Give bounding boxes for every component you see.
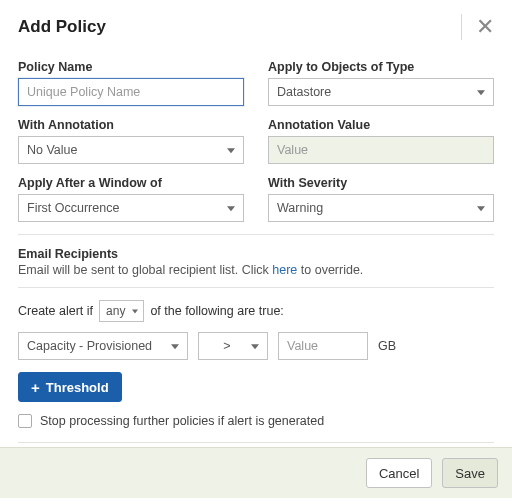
threshold-value-input[interactable]: Value — [278, 332, 368, 360]
annotation-value-placeholder: Value — [277, 143, 308, 157]
email-recipients-text: Email will be sent to global recipient l… — [18, 263, 494, 277]
add-threshold-button[interactable]: + Threshold — [18, 372, 122, 402]
with-severity-label: With Severity — [268, 176, 494, 190]
with-annotation-value: No Value — [27, 143, 78, 157]
close-icon[interactable]: ✕ — [476, 16, 494, 38]
threshold-row: Capacity - Provisioned > Value GB — [18, 332, 494, 360]
threshold-operator-select[interactable]: > — [198, 332, 268, 360]
cancel-label: Cancel — [379, 466, 419, 481]
email-override-link[interactable]: here — [272, 263, 297, 277]
dialog-body: Policy Name Unique Policy Name Apply to … — [0, 50, 512, 447]
email-recipients-title: Email Recipients — [18, 247, 494, 261]
dialog-title: Add Policy — [18, 17, 447, 37]
dialog-header: Add Policy ✕ — [0, 0, 512, 50]
policy-name-placeholder: Unique Policy Name — [27, 85, 140, 99]
dialog-footer: Cancel Save — [0, 447, 512, 498]
alert-mode-value: any — [106, 304, 125, 318]
add-threshold-label: Threshold — [46, 380, 109, 395]
email-text-after: to override. — [297, 263, 363, 277]
apply-type-select[interactable]: Datastore — [268, 78, 494, 106]
separator-1 — [18, 234, 494, 235]
policy-name-input[interactable]: Unique Policy Name — [18, 78, 244, 106]
annotation-value-input[interactable]: Value — [268, 136, 494, 164]
separator-2 — [18, 287, 494, 288]
alert-prefix: Create alert if — [18, 304, 93, 318]
stop-processing-checkbox[interactable] — [18, 414, 32, 428]
add-policy-dialog: Add Policy ✕ Policy Name Unique Policy N… — [0, 0, 512, 498]
apply-window-value: First Occurrence — [27, 201, 119, 215]
apply-window-select[interactable]: First Occurrence — [18, 194, 244, 222]
header-divider — [461, 14, 462, 40]
apply-type-label: Apply to Objects of Type — [268, 60, 494, 74]
policy-name-label: Policy Name — [18, 60, 244, 74]
threshold-unit: GB — [378, 339, 396, 353]
threshold-value-placeholder: Value — [287, 339, 318, 353]
with-severity-value: Warning — [277, 201, 323, 215]
cancel-button[interactable]: Cancel — [366, 458, 432, 488]
separator-3 — [18, 442, 494, 443]
alert-suffix: of the following are true: — [150, 304, 283, 318]
threshold-operator-value: > — [223, 339, 230, 353]
save-label: Save — [455, 466, 485, 481]
with-annotation-label: With Annotation — [18, 118, 244, 132]
save-button[interactable]: Save — [442, 458, 498, 488]
plus-icon: + — [31, 380, 40, 395]
threshold-property-value: Capacity - Provisioned — [27, 339, 152, 353]
stop-processing-row: Stop processing further policies if aler… — [18, 414, 494, 428]
threshold-property-select[interactable]: Capacity - Provisioned — [18, 332, 188, 360]
with-severity-select[interactable]: Warning — [268, 194, 494, 222]
apply-type-value: Datastore — [277, 85, 331, 99]
alert-mode-select[interactable]: any — [99, 300, 144, 322]
apply-window-label: Apply After a Window of — [18, 176, 244, 190]
with-annotation-select[interactable]: No Value — [18, 136, 244, 164]
alert-condition-line: Create alert if any of the following are… — [18, 300, 494, 322]
stop-processing-label: Stop processing further policies if aler… — [40, 414, 324, 428]
annotation-value-label: Annotation Value — [268, 118, 494, 132]
email-text-before: Email will be sent to global recipient l… — [18, 263, 272, 277]
